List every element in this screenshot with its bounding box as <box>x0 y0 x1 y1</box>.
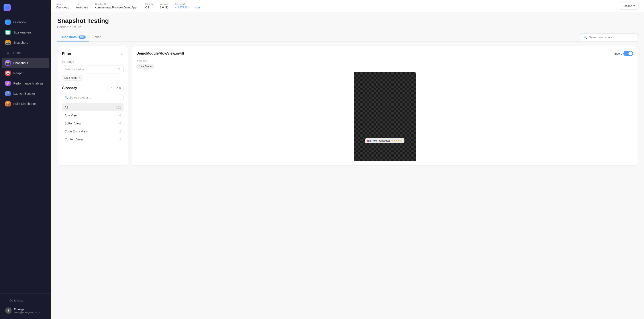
sidebar-item-reaper[interactable]: 💀 Reaper <box>2 68 49 78</box>
size-analysis-icon: 📊 <box>5 30 11 35</box>
search-input[interactable] <box>589 36 634 39</box>
sidebar-item-overview[interactable]: 🌐 Overview <box>2 17 49 27</box>
sidebar-item-label: Launch Booster <box>13 92 35 96</box>
branch-icon: ᚾ <box>192 6 193 9</box>
sidebar-item-snapshots-nav[interactable]: 📷 Snapshots <box>2 38 49 48</box>
search-icon: 🔍 <box>584 36 587 39</box>
filter-by-badge: by Badge Select a badge ⇅ Dark Mode ✕ <box>62 60 124 80</box>
sidebar-item-label: Runs <box>13 51 20 54</box>
logo-icon: 🌀 <box>4 4 11 11</box>
meta-version: Version 1.0 (1) <box>160 3 168 9</box>
sidebar-item-label: Build Distribution <box>13 102 36 106</box>
bundle-id-label: Bundle ID <box>95 3 136 5</box>
preview-header: DemoModule/RowView.swift Invert <box>136 51 633 56</box>
chevron-down-icon: ▾ <box>633 4 635 8</box>
group-item-all[interactable]: All 192 <box>62 104 124 111</box>
invert-toggle-switch[interactable] <box>624 51 633 56</box>
sidebar-item-build[interactable]: 📦 Build Distribution <box>2 99 49 109</box>
group-item-button-view[interactable]: Button View 4 <box>62 119 124 127</box>
sort-select[interactable]: A → Z ⇅ <box>108 85 124 91</box>
sidebar-item-runs[interactable]: ≡ Runs <box>2 48 49 58</box>
runs-icon: ≡ <box>5 50 11 56</box>
topbar: Name DemoApp Tag test-base Bundle ID com… <box>51 0 644 12</box>
search-groups-box[interactable]: 🔍 <box>62 94 124 101</box>
search-icon: 🔍 <box>65 96 68 99</box>
goto-local-button[interactable]: ⇄ Go to local <box>4 297 48 304</box>
preview-content-overlay: New Preview test ★★★★☆ <box>365 138 404 143</box>
preview-test-name: New test <box>136 59 633 62</box>
mini-icons <box>367 140 371 142</box>
sidebar-logo: 🌀 <box>0 0 51 15</box>
meta-git: Git details ⊙ 627736a ᚾ main <box>175 3 200 9</box>
snapshots-icon: 📸 <box>5 60 11 66</box>
group-label: Button View <box>64 122 81 125</box>
tabs: Snapshots 192 Failed <box>57 33 105 42</box>
badge-select-dropdown[interactable]: Select a badge ⇅ <box>62 65 124 74</box>
glossary-title: Glossary <box>62 86 77 90</box>
meta-bundle-id: Bundle ID com.emerge.PreviewsDemoApp <box>95 3 136 9</box>
main-content: Name DemoApp Tag test-base Bundle ID com… <box>51 0 644 319</box>
preview-stars: ★★★★☆ <box>391 140 402 142</box>
glossary-section: Glossary A → Z ⇅ 🔍 All 192 <box>62 85 124 143</box>
sidebar-item-label: Reaper <box>13 72 24 75</box>
group-list: All 192 Any View 4 Button View 4 Co <box>62 104 124 143</box>
snapshots-nav-icon: 📷 <box>5 40 11 45</box>
group-item-any-view[interactable]: Any View 4 <box>62 111 124 119</box>
goto-local-icon: ⇄ <box>5 299 8 302</box>
mini-icon-blue <box>370 140 371 142</box>
git-values: ⊙ 627736a ᚾ main <box>175 6 200 9</box>
sidebar-item-label: Snapshots <box>13 61 28 65</box>
content-area: Filter « by Badge Select a badge ⇅ Dark … <box>57 46 638 166</box>
build-icon: 📦 <box>5 101 11 106</box>
filter-panel: Filter « by Badge Select a badge ⇅ Dark … <box>57 46 128 166</box>
performance-icon: ⚡ <box>5 81 11 86</box>
sidebar-item-snapshots[interactable]: 📸 Snapshots <box>2 58 49 68</box>
git-branch[interactable]: ᚾ main <box>192 6 200 9</box>
search-snapshots-box[interactable]: 🔍 <box>580 34 638 41</box>
sidebar-item-label: Snapshots <box>13 41 28 44</box>
collapse-filter-button[interactable]: « <box>120 51 124 56</box>
group-count: 192 <box>116 106 121 109</box>
snapshots-count-badge: 192 <box>78 36 86 38</box>
group-label: Code Entry View <box>64 130 88 133</box>
meta-platform: Platform iOS <box>144 3 153 9</box>
search-groups-input[interactable] <box>70 96 121 99</box>
platform-value: iOS <box>144 6 153 9</box>
snapshot-image: New Preview test ★★★★☆ <box>354 72 416 161</box>
reaper-icon: 💀 <box>5 70 11 76</box>
version-value: 1.0 (1) <box>160 6 168 9</box>
sidebar-item-launch[interactable]: 🚀 Launch Booster <box>2 89 49 98</box>
invert-toggle-area: Invert <box>614 51 633 56</box>
user-email: sarah@emergetools.com <box>14 311 41 314</box>
sidebar-item-label: Size Analysis <box>13 30 32 34</box>
group-item-content-view[interactable]: Content View 2 <box>62 135 124 143</box>
tab-snapshots[interactable]: Snapshots 192 <box>57 33 89 42</box>
badge-tag-dark-mode: Dark Mode ✕ <box>62 75 84 80</box>
group-label: Content View <box>64 138 83 141</box>
chevron-up-down-icon: ⇅ <box>118 68 121 71</box>
sidebar-item-performance[interactable]: ⚡ Performance Analysis <box>2 78 49 88</box>
gear-icon: ⚙ <box>7 309 10 312</box>
page-subtitle: Finished in 1m 33s <box>57 25 638 28</box>
preview-title: New Preview test <box>372 140 390 142</box>
group-count: 4 <box>119 122 121 125</box>
preview-image-area: New Preview test ★★★★☆ <box>136 72 633 161</box>
preview-panel: DemoModule/RowView.swift Invert New test… <box>132 46 638 166</box>
sidebar: 🌀 🌐 Overview 📊 Size Analysis 📷 Snapshots… <box>0 0 51 319</box>
overview-icon: 🌐 <box>5 20 11 25</box>
launch-icon: 🚀 <box>5 91 11 96</box>
filter-title: Filter <box>62 52 72 56</box>
version-label: Version <box>160 3 168 5</box>
tab-failed[interactable]: Failed <box>89 33 105 42</box>
remove-badge-button[interactable]: ✕ <box>79 76 81 79</box>
group-item-code-entry-view[interactable]: Code Entry View 2 <box>62 127 124 135</box>
git-commit[interactable]: ⊙ 627736a <box>175 6 189 9</box>
sidebar-item-label: Performance Analysis <box>13 82 43 85</box>
tabs-row: Snapshots 192 Failed 🔍 <box>57 33 638 42</box>
user-name: Emerge <box>14 308 41 311</box>
git-commit-icon: ⊙ <box>175 6 177 9</box>
actions-button[interactable]: Actions ▾ <box>619 2 639 10</box>
active-badges: Dark Mode ✕ <box>62 75 124 80</box>
collapse-icon: « <box>121 52 123 56</box>
sidebar-item-size-analysis[interactable]: 📊 Size Analysis <box>2 28 49 37</box>
